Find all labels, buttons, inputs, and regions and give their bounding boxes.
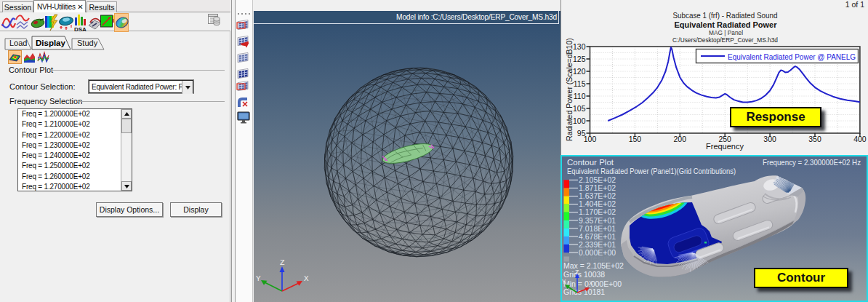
- svg-text:Y: Y: [256, 274, 261, 283]
- svg-text:Equivalent Radiated Power: Equivalent Radiated Power: [675, 20, 777, 29]
- svg-text:350: 350: [808, 135, 821, 143]
- svg-text:200: 200: [674, 135, 687, 143]
- svg-text:DSA: DSA: [74, 26, 87, 31]
- svg-text:C:/Users/Desktop/ERP_Cover_MS.: C:/Users/Desktop/ERP_Cover_MS.h3d: [672, 36, 778, 44]
- svg-text:125: 125: [573, 55, 586, 63]
- svg-text:Y: Y: [562, 279, 566, 286]
- svg-text:Z: Z: [575, 269, 579, 277]
- svg-text:115: 115: [574, 79, 586, 88]
- svg-text:Load: Load: [9, 39, 27, 47]
- svg-text:Equivalent Radiated Power @ PA: Equivalent Radiated Power @ PANELG: [728, 52, 856, 61]
- svg-text:100: 100: [573, 116, 586, 125]
- svg-text:1 of 1: 1 of 1: [845, 0, 864, 9]
- svg-text:400: 400: [853, 135, 867, 143]
- svg-text:Display: Display: [36, 39, 66, 47]
- svg-text:300: 300: [763, 135, 776, 143]
- svg-text:Max = 2.105E+02: Max = 2.105E+02: [563, 261, 624, 270]
- svg-text:95: 95: [577, 129, 586, 138]
- svg-text:X: X: [589, 280, 593, 287]
- svg-text:Grids 10038: Grids 10038: [563, 270, 605, 279]
- svg-text:150: 150: [629, 135, 642, 143]
- svg-text:Equivalent Radiated Power (Pan: Equivalent Radiated Power (Panel1)(Grid …: [567, 167, 736, 175]
- svg-text:Radiated Power (Scale=dB10): Radiated Power (Scale=dB10): [565, 38, 574, 141]
- svg-text:X: X: [304, 274, 309, 283]
- svg-text:Contour Plot: Contour Plot: [567, 158, 614, 167]
- svg-text:Frequency = 2.300000E+02 Hz: Frequency = 2.300000E+02 Hz: [763, 158, 861, 167]
- svg-text:Grids 10181: Grids 10181: [563, 287, 605, 296]
- svg-text:130: 130: [573, 42, 586, 51]
- svg-text:Study: Study: [77, 39, 98, 47]
- svg-text:Frequency: Frequency: [706, 142, 744, 151]
- svg-text:110: 110: [574, 92, 586, 100]
- svg-text:Z: Z: [280, 258, 285, 267]
- svg-text:120: 120: [573, 67, 586, 76]
- svg-text:Subcase 1 (frf) - Radiated Sou: Subcase 1 (frf) - Radiated Sound: [673, 11, 778, 20]
- svg-text:105: 105: [573, 104, 586, 113]
